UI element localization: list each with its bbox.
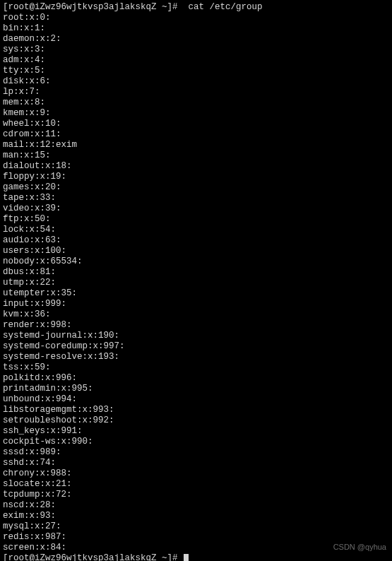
output-line: utmp:x:22: xyxy=(3,278,389,288)
command-prompt-line: [root@iZwz96wjtkvsp3ajlakskqZ ~]# cat /e… xyxy=(3,2,389,13)
output-line: mem:x:8: xyxy=(3,98,389,108)
output-line: disk:x:6: xyxy=(3,76,389,87)
output-line: redis:x:987: xyxy=(3,532,389,543)
output-line: mail:x:12:exim xyxy=(3,140,389,150)
output-line: tcpdump:x:72: xyxy=(3,490,389,500)
output-line: setroubleshoot:x:992: xyxy=(3,415,389,426)
output-line: games:x:20: xyxy=(3,182,389,193)
output-line: cdrom:x:11: xyxy=(3,129,389,140)
output-line: cockpit-ws:x:990: xyxy=(3,437,389,447)
output-line: systemd-journal:x:190: xyxy=(3,331,389,341)
output-line: slocate:x:21: xyxy=(3,479,389,490)
output-line: sys:x:3: xyxy=(3,45,389,55)
output-line: floppy:x:19: xyxy=(3,172,389,182)
watermark: CSDN @qyhua xyxy=(333,542,386,553)
output-line: systemd-coredump:x:997: xyxy=(3,341,389,352)
terminal-output[interactable]: [root@iZwz96wjtkvsp3ajlakskqZ ~]# cat /e… xyxy=(3,2,389,561)
output-line: video:x:39: xyxy=(3,203,389,214)
output-line: nscd:x:28: xyxy=(3,500,389,511)
output-line: render:x:998: xyxy=(3,320,389,331)
output-line: kvm:x:36: xyxy=(3,309,389,320)
output-line: unbound:x:994: xyxy=(3,394,389,405)
output-line: mysql:x:27: xyxy=(3,521,389,532)
command-prompt-end[interactable]: [root@iZwz96wjtkvsp3ajlakskqZ ~]# xyxy=(3,553,389,561)
output-line: root:x:0: xyxy=(3,13,389,23)
output-line: input:x:999: xyxy=(3,299,389,309)
output-lines-container: root:x:0:bin:x:1:daemon:x:2:sys:x:3:adm:… xyxy=(3,13,389,553)
output-line: printadmin:x:995: xyxy=(3,384,389,394)
output-line: ftp:x:50: xyxy=(3,214,389,225)
output-line: audio:x:63: xyxy=(3,235,389,246)
output-line: kmem:x:9: xyxy=(3,108,389,119)
output-line: wheel:x:10: xyxy=(3,119,389,129)
output-line: utempter:x:35: xyxy=(3,288,389,299)
output-line: sshd:x:74: xyxy=(3,458,389,468)
output-line: polkitd:x:996: xyxy=(3,373,389,384)
output-line: nobody:x:65534: xyxy=(3,256,389,267)
output-line: sssd:x:989: xyxy=(3,447,389,458)
output-line: lp:x:7: xyxy=(3,87,389,98)
prompt-text: [root@iZwz96wjtkvsp3ajlakskqZ ~]# xyxy=(3,553,183,561)
output-line: systemd-resolve:x:193: xyxy=(3,352,389,362)
output-line: tss:x:59: xyxy=(3,362,389,373)
output-line: man:x:15: xyxy=(3,150,389,161)
output-line: exim:x:93: xyxy=(3,511,389,521)
output-line: libstoragemgmt:x:993: xyxy=(3,405,389,415)
output-line: tape:x:33: xyxy=(3,193,389,203)
output-line: lock:x:54: xyxy=(3,225,389,235)
output-line: bin:x:1: xyxy=(3,23,389,34)
output-line: chrony:x:988: xyxy=(3,468,389,479)
output-line: dbus:x:81: xyxy=(3,267,389,278)
output-line: adm:x:4: xyxy=(3,55,389,66)
output-line: dialout:x:18: xyxy=(3,161,389,172)
output-line: screen:x:84: xyxy=(3,543,389,553)
output-line: users:x:100: xyxy=(3,246,389,256)
output-line: tty:x:5: xyxy=(3,66,389,76)
output-line: daemon:x:2: xyxy=(3,34,389,45)
cursor xyxy=(184,554,189,561)
output-line: ssh_keys:x:991: xyxy=(3,426,389,437)
